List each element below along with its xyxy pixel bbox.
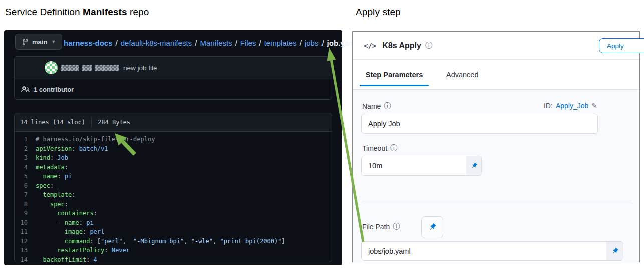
line-number[interactable]: 13 — [15, 246, 36, 255]
code-line: 2apiVersion: batch/v1 — [15, 144, 332, 154]
timeout-field-label: Timeout ⓘ — [362, 144, 397, 153]
code-line: 9 containers: — [15, 209, 332, 218]
info-icon[interactable]: ⓘ — [425, 41, 432, 50]
redacted-username — [95, 65, 119, 71]
line-number[interactable]: 9 — [15, 209, 36, 218]
code-line-content: - name: pi — [36, 218, 94, 228]
code-line-content: name: pi — [36, 172, 72, 181]
label-text: Name — [362, 102, 381, 110]
git-branch-icon — [22, 38, 29, 46]
line-number[interactable]: 12 — [15, 237, 36, 246]
file-size: 284 Bytes — [98, 119, 130, 126]
code-line-content: kind: Job — [36, 153, 68, 163]
apply-button[interactable]: Apply — [599, 38, 644, 53]
github-file-panel: main ▼ harness-docs / default-k8s-manife… — [4, 30, 342, 265]
tab-step-parameters[interactable]: Step Parameters — [360, 60, 429, 89]
breadcrumb-link[interactable]: Manifests — [200, 39, 232, 47]
latest-commit-row[interactable]: new job file — [15, 57, 332, 79]
breadcrumb-separator: / — [321, 39, 324, 47]
chevron-down-icon: ▼ — [51, 39, 56, 44]
code-line-content: backoffLimit: 4 — [36, 255, 97, 263]
info-icon[interactable]: ⓘ — [393, 222, 400, 231]
breadcrumb-link[interactable]: jobs — [305, 39, 319, 47]
code-lines: 1# harness.io/skip-file-for-deploy2apiVe… — [15, 132, 332, 262]
breadcrumb-separator: / — [300, 39, 302, 47]
info-icon[interactable]: ⓘ — [384, 102, 391, 111]
name-input[interactable] — [361, 114, 598, 134]
code-line-content: restartPolicy: Never — [36, 246, 130, 255]
file-path-field-label: File Path ⓘ — [362, 222, 400, 231]
step-tabs: Step Parameters Advanced — [353, 60, 639, 90]
breadcrumb-repo-link[interactable]: harness-docs — [64, 39, 113, 47]
left-title-post: repo — [127, 7, 149, 17]
edit-pencil-icon[interactable]: ✎ — [591, 102, 597, 110]
code-line-content: metadata: — [36, 163, 68, 172]
pin-icon[interactable] — [606, 242, 623, 260]
label-text: Timeout — [362, 144, 387, 152]
avatar[interactable] — [45, 61, 58, 74]
line-number[interactable]: 14 — [15, 255, 36, 263]
code-line: 6spec: — [15, 181, 332, 191]
latest-commit-box: new job file 1 contributor — [14, 56, 332, 100]
info-icon[interactable]: ⓘ — [390, 144, 397, 153]
file-viewer: 14 lines (14 sloc) 284 Bytes 1# harness.… — [14, 113, 332, 262]
tab-label: Advanced — [446, 71, 479, 79]
right-panel-title: Apply step — [356, 7, 401, 18]
section-divider — [362, 201, 631, 201]
branch-selector-button[interactable]: main ▼ — [15, 34, 62, 50]
people-icon — [21, 85, 30, 94]
line-number[interactable]: 6 — [15, 181, 36, 191]
pin-icon[interactable] — [466, 156, 481, 175]
contributors-count: 1 contributor — [34, 86, 74, 93]
line-number[interactable]: 4 — [15, 163, 36, 172]
code-line: 11 image: perl — [15, 227, 332, 237]
breadcrumb-link[interactable]: default-k8s-manifests — [121, 39, 192, 47]
code-line-content: spec: — [36, 181, 54, 191]
line-number[interactable]: 1 — [15, 135, 36, 144]
file-lines-count: 14 lines (14 sloc) — [20, 119, 85, 126]
left-title-pre: Service Definition — [5, 7, 83, 17]
code-line: 4metadata: — [15, 163, 332, 172]
step-title: K8s Apply — [382, 41, 421, 50]
code-line: 12 command: ["perl", "-Mbignum=bpi", "-w… — [15, 237, 332, 246]
code-line-content: command: ["perl", "-Mbignum=bpi", "-wle"… — [36, 237, 285, 246]
breadcrumb-separator: / — [259, 39, 261, 47]
commit-message-link[interactable]: new job file — [123, 64, 157, 72]
redacted-username — [82, 65, 92, 71]
code-line: 8 spec: — [15, 200, 332, 209]
left-title-bold: Manifests — [83, 7, 127, 17]
line-number[interactable]: 5 — [15, 172, 36, 181]
file-info-bar: 14 lines (14 sloc) 284 Bytes — [15, 113, 332, 132]
line-number[interactable]: 2 — [15, 144, 36, 154]
active-tab-indicator — [360, 85, 429, 86]
k8s-apply-step-panel: </> K8s Apply ⓘ Apply Step Parameters Ad… — [352, 31, 640, 262]
code-line-content: template: — [36, 190, 75, 200]
code-line-content: # harness.io/skip-file-for-deploy — [36, 135, 155, 144]
left-panel-title: Service Definition Manifests repo — [5, 7, 149, 18]
line-number[interactable]: 11 — [15, 227, 36, 237]
step-id-group: ID: Apply_Job ✎ — [544, 102, 597, 110]
file-path-pin-button[interactable] — [421, 216, 443, 238]
line-number[interactable]: 7 — [15, 190, 36, 200]
timeout-input[interactable] — [362, 156, 466, 175]
code-line: 5 name: pi — [15, 172, 332, 181]
code-line: 7 template: — [15, 190, 332, 200]
breadcrumb-link[interactable]: Files — [240, 39, 256, 47]
tab-advanced[interactable]: Advanced — [441, 60, 484, 89]
line-number[interactable]: 10 — [15, 218, 36, 228]
step-id-link[interactable]: Apply_Job — [556, 102, 588, 110]
github-topbar: main ▼ harness-docs / default-k8s-manife… — [4, 30, 342, 55]
line-number[interactable]: 3 — [15, 153, 36, 163]
code-line: 3kind: Job — [15, 153, 332, 163]
redacted-username — [61, 65, 79, 71]
code-line: 13 restartPolicy: Never — [15, 246, 332, 255]
contributors-row[interactable]: 1 contributor — [15, 79, 332, 99]
breadcrumb-link[interactable]: templates — [264, 39, 297, 47]
step-parameters-form: Name ⓘ ID: Apply_Job ✎ Timeout ⓘ File Pa… — [353, 90, 639, 263]
line-number[interactable]: 8 — [15, 200, 36, 209]
breadcrumb-separator: / — [235, 39, 237, 47]
timeout-input-group — [361, 156, 482, 176]
code-line-content: image: perl — [36, 227, 104, 237]
file-path-input[interactable] — [362, 242, 606, 260]
tab-label: Step Parameters — [366, 71, 423, 79]
